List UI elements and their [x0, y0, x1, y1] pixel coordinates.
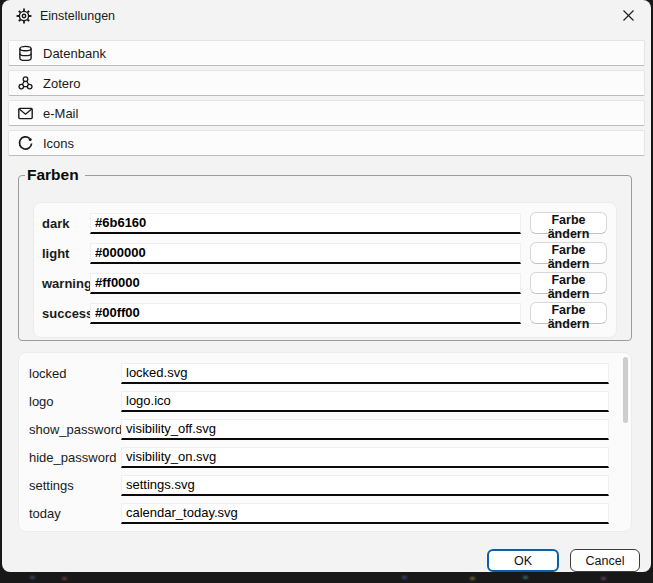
section-label: Datenbank — [43, 46, 106, 61]
icon-setting-label: show_password — [29, 422, 121, 437]
settings-gear-icon — [16, 8, 32, 24]
icon-file-input-logo[interactable] — [121, 391, 609, 412]
color-value-input-warning[interactable] — [90, 273, 521, 294]
color-row-light: light Farbe ändern — [42, 238, 607, 268]
icon-file-input-locked[interactable] — [121, 363, 609, 384]
window-title: Einstellungen — [40, 9, 115, 23]
cancel-button[interactable]: Cancel — [570, 549, 640, 572]
color-panel: dark Farbe ändern light Farbe ändern war… — [33, 202, 617, 338]
icon-row-hide-password: hide_password — [29, 443, 609, 471]
background-artifact — [601, 577, 606, 580]
farben-legend: Farben — [25, 166, 85, 184]
icon-setting-label: logo — [29, 394, 121, 409]
zotero-icon — [17, 75, 34, 92]
change-color-button-success[interactable]: Farbe ändern — [530, 302, 607, 324]
color-label: dark — [42, 216, 90, 231]
section-header-icons[interactable]: Icons — [8, 130, 645, 156]
color-label: warning — [42, 276, 90, 291]
mail-icon — [17, 105, 34, 122]
change-color-button-light[interactable]: Farbe ändern — [530, 242, 607, 264]
titlebar: Einstellungen — [2, 0, 651, 32]
icon-setting-label: settings — [29, 478, 121, 493]
color-row-dark: dark Farbe ändern — [42, 208, 607, 238]
icon-file-input-hide-password[interactable] — [121, 447, 609, 468]
refresh-icon — [17, 135, 34, 152]
icon-setting-label: hide_password — [29, 450, 121, 465]
icons-list-scrollbar[interactable] — [623, 357, 628, 423]
section-label: Icons — [43, 136, 74, 151]
background-artifact — [470, 577, 475, 580]
color-row-success: success Farbe ändern — [42, 298, 607, 328]
icon-row-show-password: show_password — [29, 415, 609, 443]
icon-row-locked: locked — [29, 359, 609, 387]
background-artifact — [30, 576, 35, 579]
icon-row-today: today — [29, 499, 609, 527]
settings-dialog: Einstellungen Datenbank — [2, 0, 651, 572]
color-value-input-light[interactable] — [90, 243, 521, 264]
icon-file-input-show-password[interactable] — [121, 419, 609, 440]
section-header-zotero[interactable]: Zotero — [8, 70, 645, 96]
change-color-button-dark[interactable]: Farbe ändern — [530, 212, 607, 234]
color-value-input-dark[interactable] — [90, 213, 521, 234]
color-label: success — [42, 306, 90, 321]
background-artifact — [62, 577, 67, 580]
accordion-sections: Datenbank Zotero e-Mail — [2, 32, 651, 156]
ok-button[interactable]: OK — [487, 549, 559, 572]
section-label: Zotero — [43, 76, 81, 91]
section-label: e-Mail — [43, 106, 78, 121]
section-header-email[interactable]: e-Mail — [8, 100, 645, 126]
icon-row-settings: settings — [29, 471, 609, 499]
icon-setting-label: today — [29, 506, 121, 521]
color-label: light — [42, 246, 90, 261]
farben-groupbox: Farben dark Farbe ändern light Farbe änd… — [18, 175, 632, 341]
background-artifact — [402, 576, 407, 579]
color-value-input-success[interactable] — [90, 303, 521, 324]
change-color-button-warning[interactable]: Farbe ändern — [530, 272, 607, 294]
background-artifact — [523, 576, 528, 579]
icon-file-input-today[interactable] — [121, 503, 609, 524]
color-row-warning: warning Farbe ändern — [42, 268, 607, 298]
icon-file-input-settings[interactable] — [121, 475, 609, 496]
database-icon — [17, 45, 34, 62]
close-button[interactable] — [605, 0, 651, 31]
section-header-datenbank[interactable]: Datenbank — [8, 40, 645, 66]
icons-list-panel: locked logo show_password hide_password … — [18, 352, 632, 532]
icon-setting-label: locked — [29, 366, 121, 381]
close-icon — [623, 10, 634, 21]
icon-row-logo: logo — [29, 387, 609, 415]
